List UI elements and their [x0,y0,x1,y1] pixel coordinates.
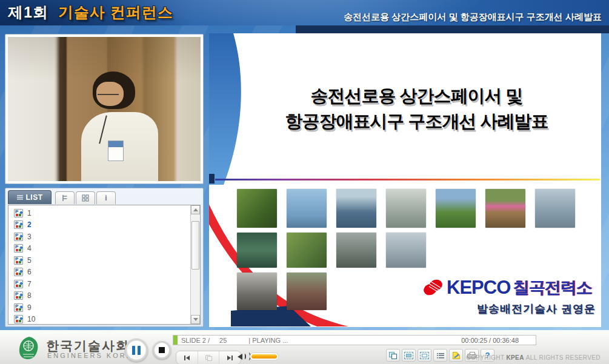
status-bar: SLIDE 2 / 25 | PLAYING ... 00:00:25 / 00… [173,335,536,345]
outline-icon [61,194,68,202]
slide-total: 25 [219,337,227,344]
slide-photo [237,189,277,228]
list-item-label: 5 [27,256,32,265]
photo-row [237,233,575,268]
slide-list-panel: LIST i 1 2 3 4 [5,188,204,327]
stop-button[interactable] [153,341,171,359]
slide-file-icon [14,233,23,241]
slide-file-icon [14,268,23,276]
scroll-up-icon[interactable] [191,205,200,214]
slide-photo [237,233,277,268]
copyright: COPYRIGHTKPEAALL RIGHTS RESERVED [466,354,601,361]
speaker-button[interactable] [238,352,251,360]
repeat-icon [205,355,212,361]
prev-slide-button[interactable] [176,351,198,364]
list-item[interactable]: 3 [8,231,190,243]
repeat-button[interactable] [198,351,219,364]
slide-title: 송전선로용 상간스페이서 및 항공장애표시구 구조개선 사례발표 [251,83,582,134]
slide-author: 발송배전기술사 권영운 [445,302,601,316]
tab-info[interactable]: i [96,191,116,204]
list-item-label: 1 [27,209,32,217]
list-view-button[interactable] [433,349,447,362]
copyright-suffix: ALL RIGHTS RESERVED [526,354,601,361]
list-item-label: 6 [27,268,32,276]
swap-view-button[interactable] [386,349,400,362]
slide-title-line1: 송전선로용 상간스페이서 및 [251,83,582,108]
next-slide-icon [227,356,231,360]
list-item[interactable]: 4 [8,243,190,255]
tab-outline[interactable] [55,191,75,204]
slide-file-icon [14,303,23,312]
note-icon [453,352,460,359]
slide-nav-control [176,351,241,364]
pause-icon [132,346,135,355]
grid-icon [82,194,89,202]
scroll-down-icon[interactable] [191,315,200,324]
slide-photo [336,189,376,228]
slide-file-icon [14,220,23,229]
slide-file-icon [14,315,23,323]
slide-photo [485,189,525,228]
volume-slider[interactable] [250,352,279,360]
list-item-label: 9 [27,303,32,312]
list-item-label: 4 [27,244,32,253]
list-item[interactable]: 1 [8,207,190,219]
scrollbar-thumb[interactable] [191,221,199,270]
list-item[interactable]: 6 [8,266,190,279]
pause-icon [138,346,141,355]
event-title: 제1회 기술사 컨퍼런스 [8,2,173,22]
video-player[interactable] [8,37,201,181]
video-fullscreen-button[interactable] [402,349,416,362]
list-item[interactable]: 5 [8,254,190,266]
event-number: 제1회 [8,4,48,21]
list-item[interactable]: 8 [8,290,190,302]
slide-photo [386,189,426,228]
list-scrollbar[interactable] [190,205,200,324]
slide-photo [535,189,575,228]
control-bar: 한국기술사회 ENGINEERS KOREA SLIDE 2 / 25 | PL… [0,330,609,364]
note-button[interactable] [449,349,463,362]
info-icon: i [105,194,107,202]
time-display: 00:00:25 / 00:36:48 [461,337,519,344]
playing-indicator [173,336,178,345]
list-item-label: 2 [27,220,32,229]
swap-view-icon [389,352,397,359]
video-fullscreen-icon [404,352,413,359]
slide-file-icon [14,244,23,253]
list-item[interactable]: 10 [8,314,190,325]
list-item[interactable]: 7 [8,278,190,290]
slide-title-line2: 항공장애표시구 구조개선 사례발표 [251,108,582,134]
slide-photo [336,233,376,268]
slide-fullscreen-button[interactable] [418,349,431,362]
slide-list-items: 1 2 3 4 5 6 7 8 9 10 [8,205,190,324]
copyright-org: KPEA [506,354,524,361]
tab-thumbnails[interactable] [76,191,95,204]
kepco-logo: KEPCO 칠곡전력소 [422,277,591,299]
prev-slide-icon [184,356,185,360]
header-accent-strip [296,25,609,33]
slide-photo [386,233,426,268]
event-name: 기술사 컨퍼런스 [58,4,173,21]
copyright-prefix: COPYRIGHT [466,354,504,361]
presenter-badge [108,141,123,160]
list-item[interactable]: 9 [8,302,190,314]
slide-photo [436,189,476,228]
player-window: 제1회 기술사 컨퍼런스 송전선로용 상간스페이서 및 항공장애표시구 구조개선… [0,0,609,364]
tab-list[interactable]: LIST [8,190,52,204]
video-panel [5,34,204,184]
slide-counter: SLIDE 2 / [181,337,210,344]
volume-fill [251,354,277,359]
list-item-selected[interactable]: 2 [8,219,190,231]
stop-icon [159,347,165,353]
slide-photo [287,189,327,228]
pause-button[interactable] [125,339,148,362]
list-icon [17,195,23,200]
list-item-label: 7 [27,280,32,288]
presentation-title: 송전선로용 상간스페이서 및 항공장애표시구 구조개선 사례발표 [344,12,602,23]
slide-photo [237,273,277,310]
slide-list: 1 2 3 4 5 6 7 8 9 10 [8,205,201,325]
kepco-wordmark: KEPCO [447,277,510,299]
kepco-symbol-icon [422,278,444,297]
slide-file-icon [14,291,23,300]
slide-fullscreen-icon [420,352,429,359]
